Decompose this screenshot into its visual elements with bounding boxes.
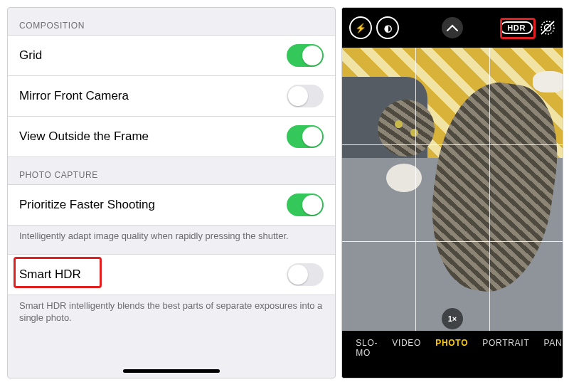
svg-line-2 [541,21,554,34]
mode-portrait[interactable]: PORTRAIT [482,338,529,348]
photo-cat-paw [533,71,563,92]
row-smart-hdr[interactable]: Smart HDR [8,254,335,295]
camera-pane: ⚡ ◐ HDR [341,7,563,378]
hdr-button[interactable]: HDR [500,21,533,34]
camera-mode-bar[interactable]: ESLO-MOVIDEOPHOTOPORTRAITPANO [342,331,563,378]
zoom-button[interactable]: 1× [442,308,463,329]
grid-line [415,48,416,338]
row-label: Grid [19,48,42,63]
row-label: View Outside the Frame [19,129,149,144]
toggle-knob [302,127,322,147]
section-header: PHOTO CAPTURE [8,157,335,184]
toggle-knob [288,265,308,285]
photo-cat-chin [386,164,422,192]
mode-pano[interactable]: PANO [543,338,563,348]
camera-viewfinder[interactable]: 1× [342,48,563,338]
photo-cat-head [378,100,435,157]
row-prioritize-faster-shooting[interactable]: Prioritize Faster Shooting [8,184,335,226]
section-caption: Smart HDR intelligently blends the best … [8,295,335,336]
row-label: Prioritize Faster Shooting [19,198,155,212]
settings-pane: COMPOSITIONGridMirror Front CameraView O… [7,7,336,378]
live-photo-off-icon[interactable] [538,18,557,37]
row-label: Smart HDR [19,267,81,282]
toggle-knob [302,195,322,215]
section-caption: Intelligently adapt image quality when r… [8,226,335,254]
toggle[interactable] [287,44,324,67]
grid-line [342,144,563,145]
row-grid[interactable]: Grid [8,35,335,76]
toggle[interactable] [287,85,324,107]
toggle-knob [288,86,308,106]
mode-slo-mo[interactable]: SLO-MO [356,338,378,358]
grid-line [342,241,563,242]
toggle-knob [302,46,322,65]
row-label: Mirror Front Camera [19,89,129,103]
row-mirror-front-camera[interactable]: Mirror Front Camera [8,76,335,117]
mode-photo[interactable]: PHOTO [435,338,468,348]
mode-video[interactable]: VIDEO [392,338,421,348]
hdr-label: HDR [507,23,526,32]
home-indicator[interactable] [123,369,220,373]
toggle[interactable] [287,263,324,286]
toggle[interactable] [287,194,324,216]
toggle[interactable] [287,125,324,148]
chevron-up-icon[interactable] [442,17,463,38]
grid-line [489,48,490,338]
zoom-label: 1× [448,314,457,323]
section-header: COMPOSITION [8,8,335,35]
row-view-outside-frame[interactable]: View Outside the Frame [8,117,335,157]
camera-top-bar: ⚡ ◐ HDR [342,8,563,48]
